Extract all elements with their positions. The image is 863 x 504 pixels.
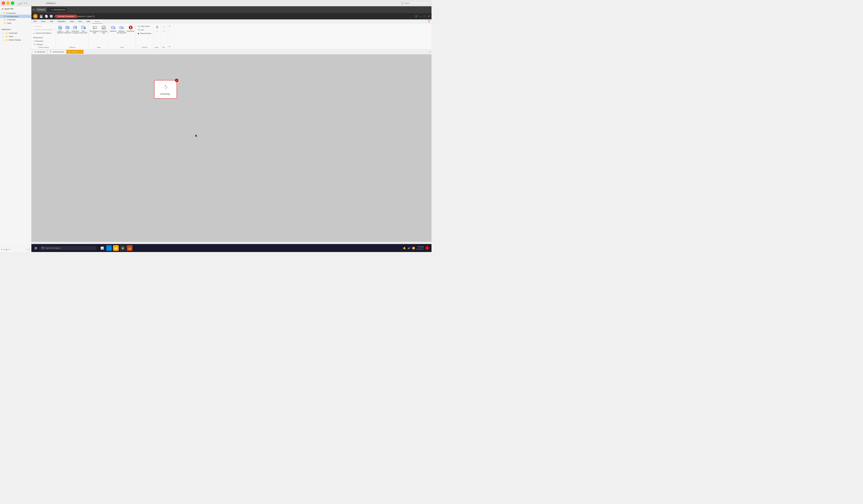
main-area: ⊞ Overview ✕ ⊕ hub-step-stone R 💾 📄 🔄 ▾ … <box>32 6 432 252</box>
sidebar-tasks[interactable]: 📁 Tasks <box>0 21 32 25</box>
dot-4 <box>164 87 165 88</box>
cmd-dropdown-arrow[interactable]: ▾ <box>107 31 108 33</box>
selection-button[interactable]: W E ▦ <box>110 25 116 30</box>
window-controls: ⊡ ─ □ ✕ <box>415 15 430 18</box>
options-dropdown: ▾ <box>51 32 52 34</box>
keyseq-tasks-button[interactable]: W E A B C <box>92 25 98 30</box>
taskbar-app5-btn[interactable]: 🦊 <box>127 245 133 251</box>
connections-folder[interactable]: ▾ 📁 Connections <box>0 11 32 15</box>
tab-home[interactable]: Home <box>39 20 48 23</box>
app-tasks-label: Tasks <box>9 36 13 38</box>
default-settings[interactable]: ▷ 📁 Default Settings <box>0 38 32 42</box>
scroll-up-ribbon-btn[interactable]: ▲ <box>168 25 171 27</box>
mac-maximize-button[interactable] <box>11 1 14 5</box>
screenshot-clipboard-button[interactable] <box>72 25 78 30</box>
sidebar-credentials[interactable]: 📁 Credentials <box>0 18 32 21</box>
computer-name-dropdown[interactable]: Overview ▾ <box>45 1 57 4</box>
common-actions-label: Common Actions <box>33 46 54 48</box>
down-arrow-button[interactable]: ▾ <box>4 248 4 250</box>
mo-btn-2[interactable]: ✂ <box>162 29 166 33</box>
window-save-btn[interactable]: 💾 <box>39 14 43 18</box>
command-tasks-button[interactable]: W E ▶ ▶ ⚙ <box>101 25 107 30</box>
tab-file[interactable]: File <box>32 20 39 23</box>
taskbar-search[interactable]: 🔍 Type here to search <box>39 246 97 250</box>
tab-edit[interactable]: Edit <box>48 20 55 23</box>
send-break-button[interactable] <box>127 25 134 30</box>
tabs-scroll-right[interactable]: ▾ <box>429 51 431 53</box>
clipboard-kb-dropdown-arrow[interactable]: ▾ <box>126 31 126 33</box>
window-maximize-btn[interactable]: □ <box>424 15 425 18</box>
scissors-button[interactable]: ✂ <box>155 29 159 33</box>
save-dropdown-arrow[interactable]: ▾ <box>87 31 87 33</box>
copy-dropdown-arrow[interactable]: ▾ <box>63 31 64 33</box>
scroll-up-icon[interactable]: ▲ <box>28 15 30 17</box>
window-new-btn[interactable]: 📄 <box>45 15 48 18</box>
tab-dashboard[interactable]: ⚙ Dashboard <box>33 50 47 54</box>
activity-icon[interactable]: 📊 <box>18 1 21 4</box>
mo-btn-1[interactable]: ✂ <box>162 25 166 29</box>
scroll-down-ribbon-btn[interactable]: ▼ <box>168 46 171 48</box>
window-minimize-btn[interactable]: ─ <box>420 15 422 18</box>
reconnect-button[interactable]: ▷ Reconnect <box>33 39 54 42</box>
tab-view[interactable]: View <box>76 20 84 23</box>
help-button[interactable]: ❓ <box>426 20 432 23</box>
connect-options-button[interactable]: ▷ Connect with Options ▾ <box>33 31 54 35</box>
save-screenshot-button[interactable] <box>80 25 87 30</box>
star-button[interactable]: ☆ <box>26 248 28 251</box>
cursor <box>196 134 198 138</box>
dropdown-arrow[interactable]: ▾ <box>21 2 22 4</box>
copy-clipboard-button[interactable]: ABC <box>57 25 63 30</box>
window-restore-btn[interactable]: ⊡ <box>415 15 417 18</box>
taskbar-widget-btn[interactable]: 📊 <box>99 245 105 251</box>
content-tabs: ⚙ Dashboard ❓ Getting Started 🖥 instance… <box>32 49 432 54</box>
settings-dropdown[interactable]: ▾ <box>9 248 10 250</box>
run-icon[interactable]: ▷ <box>24 2 25 4</box>
settings-button[interactable]: ⚙ <box>6 248 8 250</box>
connect-template-button[interactable]: ▷ Connect using Template ▾ <box>33 28 54 31</box>
window-titlebar: R 💾 📄 🔄 ▾ Terminal Connection instance-A… <box>32 13 432 20</box>
mac-close-button[interactable] <box>2 1 5 5</box>
change-button[interactable]: 🔧 Change ▾ <box>33 43 54 46</box>
tab-templates[interactable]: Templates <box>55 20 68 23</box>
taskbar-files-btn[interactable]: 📁 <box>113 245 119 251</box>
selection-dropdown-arrow[interactable]: ▾ <box>116 30 116 32</box>
global-search[interactable]: 🔍 <box>398 1 430 5</box>
taskbar-browser-btn[interactable]: 🌐 <box>106 245 112 251</box>
signal-button[interactable]: 📡 <box>155 25 160 29</box>
window-close-btn[interactable]: ✕ <box>428 15 430 18</box>
tab-overview[interactable]: Overview <box>36 8 47 12</box>
svg-text:▦: ▦ <box>114 27 115 29</box>
type-clipboard-button[interactable]: Aa ⌨ <box>64 25 71 30</box>
taskbar-terminal-btn[interactable]: 🖥 <box>120 245 126 251</box>
hub-step-stone-item[interactable]: 🔗 hub-step-stone ▲ <box>0 15 32 18</box>
run-dropdown[interactable]: ▾ <box>26 2 27 4</box>
search-input[interactable] <box>404 2 426 4</box>
tab-getting-started[interactable]: ❓ Getting Started <box>48 50 66 54</box>
mac-minimize-button[interactable] <box>6 1 10 5</box>
add-button[interactable]: + <box>1 248 3 251</box>
clear-screen-button[interactable]: 🔍 Clear Screen <box>137 25 152 28</box>
tab-data[interactable]: Data <box>68 20 76 23</box>
find-button[interactable]: 🔍 Find <box>137 28 152 31</box>
play-button[interactable]: ▷ <box>28 248 30 251</box>
clipboard-keyboard-button[interactable]: W E ⌨ <box>118 25 125 30</box>
type-dropdown-arrow[interactable]: ▾ <box>70 31 71 33</box>
disconnect-button[interactable]: ■ Disconnect <box>33 36 54 39</box>
tab-help[interactable]: Help <box>84 20 92 23</box>
keyseq-dropdown-arrow[interactable]: ▾ <box>99 31 100 33</box>
ribbon: File Home Edit Templates Data View Help … <box>32 20 432 49</box>
keyseq-tasks-icon: W E A B C <box>92 25 97 30</box>
app-tasks-folder-icon: 📁 <box>5 35 8 38</box>
record-session-button[interactable]: ⏺ Record Session <box>137 32 152 35</box>
app-credentials[interactable]: ▷ 📁 Credentials <box>0 31 32 35</box>
tab-hub-step-stone[interactable]: ✕ ⊕ hub-step-stone <box>47 8 67 12</box>
grid-icon[interactable]: ⊞ <box>33 8 35 11</box>
connect-button[interactable]: ▷ Connect <box>33 25 54 28</box>
window-history-btn[interactable]: 🔄 <box>50 15 53 18</box>
tab-actions[interactable]: Actions <box>92 20 102 23</box>
app-tasks[interactable]: ▷ 📁 Tasks <box>0 35 32 38</box>
tab-instance-a[interactable]: 🖥 instance-A ✕ <box>66 50 84 54</box>
taskbar-search-icon: 🔍 <box>42 247 45 249</box>
instance-a-tab-close[interactable]: ✕ <box>80 51 82 53</box>
windows-start-button[interactable]: ⊞ <box>33 245 39 251</box>
